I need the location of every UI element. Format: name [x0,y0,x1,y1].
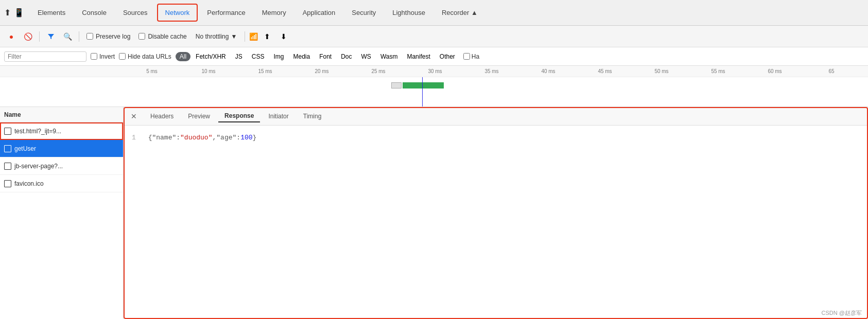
tick-50ms: 50 ms [633,68,690,74]
hide-data-urls-label[interactable]: Hide data URLs [119,53,171,60]
disable-cache-label[interactable]: Disable cache [138,33,186,40]
hide-data-urls-checkbox[interactable] [119,53,126,60]
json-colon-2: : [236,134,240,141]
footer: CSDN @赵彦军 [815,307,868,319]
json-value-duoduo: "duoduo" [180,134,212,141]
device-icon[interactable]: 📱 [14,8,24,17]
filter-type-css[interactable]: CSS [248,52,269,61]
filter-types: All Fetch/XHR JS CSS Img Media Font Doc … [176,52,459,61]
disable-cache-checkbox[interactable] [138,33,145,40]
tab-application[interactable]: Application [296,5,343,21]
detail-tab-timing[interactable]: Timing [297,111,328,122]
detail-content: 1 {"name":"duoduo","age":100} [124,126,868,150]
has-blocked-checkbox[interactable] [463,53,470,60]
file-list-panel: Name test.html?_ijt=9... getUser jb-serv… [0,107,124,319]
tab-recorder[interactable]: Recorder ▲ [435,5,485,21]
preserve-log-label[interactable]: Preserve log [86,33,130,40]
tick-15ms: 15 ms [237,68,293,74]
timeline-graph [0,77,868,107]
toolbar: ● 🚫 🔍 Preserve log Disable cache No thro… [0,26,868,47]
tick-60ms: 60 ms [747,68,803,74]
detail-panel: ✕ Headers Preview Response Initiator Tim… [124,107,868,319]
filter-type-manifest[interactable]: Manifest [403,52,434,61]
json-key-age: "age" [216,134,236,141]
invert-checkbox[interactable] [91,53,97,60]
file-item-test-html[interactable]: test.html?_ijt=9... [0,122,123,140]
throttle-select[interactable]: No throttling ▼ [192,31,241,42]
footer-text: CSDN @赵彦军 [822,310,862,316]
json-value-100: 100 [240,134,252,141]
filter-type-all[interactable]: All [176,52,190,61]
json-colon-1: : [176,134,180,141]
tab-bar: ⬆ 📱 Elements Console Sources Network Per… [0,0,868,26]
cursor-icon[interactable]: ⬆ [4,8,11,17]
tick-20ms: 20 ms [293,68,350,74]
file-name-favicon: favicon.ico [14,180,44,187]
has-blocked-label[interactable]: Ha [463,53,479,60]
filter-type-other[interactable]: Other [436,52,459,61]
tick-10ms: 10 ms [180,68,237,74]
json-brace-close: } [253,134,257,141]
tick-45ms: 45 ms [577,68,633,74]
tab-performance[interactable]: Performance [200,5,252,21]
upload-icon[interactable]: ⬆ [260,29,274,44]
main-area: Name test.html?_ijt=9... getUser jb-serv… [0,107,868,319]
preserve-log-checkbox[interactable] [86,33,93,40]
tab-console[interactable]: Console [75,5,114,21]
divider-3 [245,31,245,42]
tick-65ms: 65 [803,68,860,74]
download-icon[interactable]: ⬇ [276,29,291,44]
timeline-area: 5 ms 10 ms 15 ms 20 ms 25 ms 30 ms 35 ms… [0,66,868,107]
tick-55ms: 55 ms [690,68,747,74]
invert-label[interactable]: Invert [91,53,115,60]
filter-type-wasm[interactable]: Wasm [376,52,402,61]
tab-elements[interactable]: Elements [30,5,73,21]
filter-button[interactable] [44,29,58,44]
detail-tab-headers[interactable]: Headers [144,111,180,122]
filter-input[interactable] [8,53,83,60]
filter-type-img[interactable]: Img [269,52,288,61]
wifi-icon: 📶 [249,32,258,41]
record-button[interactable]: ● [4,29,19,44]
detail-tabs: ✕ Headers Preview Response Initiator Tim… [124,107,868,126]
filter-type-ws[interactable]: WS [357,52,375,61]
file-list-header: Name [0,107,123,122]
filter-type-font[interactable]: Font [315,52,336,61]
clear-button[interactable]: 🚫 [21,29,35,44]
devtools-icons: ⬆ 📱 [4,8,24,17]
json-key-name: "name" [152,134,176,141]
tick-40ms: 40 ms [520,68,577,74]
detail-tab-initiator[interactable]: Initiator [262,111,294,122]
divider-1 [39,31,40,42]
tab-lighthouse[interactable]: Lighthouse [385,5,432,21]
file-item-jb-server[interactable]: jb-server-page?... [0,157,123,175]
file-icon-getuser [4,145,11,152]
tick-5ms: 5 ms [124,68,180,74]
file-name-jb-server: jb-server-page?... [14,163,63,170]
filter-type-media[interactable]: Media [289,52,314,61]
tick-25ms: 25 ms [350,68,407,74]
tab-security[interactable]: Security [344,5,383,21]
response-line-1: 1 {"name":"duoduo","age":100} [132,132,860,144]
timeline-ruler: 5 ms 10 ms 15 ms 20 ms 25 ms 30 ms 35 ms… [0,66,868,77]
divider-2 [79,31,79,42]
search-button[interactable]: 🔍 [60,29,75,44]
tab-sources[interactable]: Sources [116,5,155,21]
filter-type-fetch-xhr[interactable]: Fetch/XHR [192,52,230,61]
detail-tab-preview[interactable]: Preview [182,111,216,122]
detail-tab-response[interactable]: Response [218,110,260,122]
file-item-favicon[interactable]: favicon.ico [0,175,123,192]
file-name-getuser: getUser [14,145,36,152]
tick-30ms: 30 ms [407,68,463,74]
filter-input-wrap[interactable] [4,51,86,62]
filter-type-doc[interactable]: Doc [337,52,356,61]
file-icon-jb-server [4,163,11,170]
detail-close-button[interactable]: ✕ [128,110,140,122]
file-item-getuser[interactable]: getUser [0,140,123,157]
filter-bar: Invert Hide data URLs All Fetch/XHR JS C… [0,47,868,66]
tab-network[interactable]: Network [157,4,198,22]
file-name-test-html: test.html?_ijt=9... [14,128,61,135]
line-number-1: 1 [132,134,136,141]
filter-type-js[interactable]: JS [231,52,247,61]
tab-memory[interactable]: Memory [255,5,293,21]
